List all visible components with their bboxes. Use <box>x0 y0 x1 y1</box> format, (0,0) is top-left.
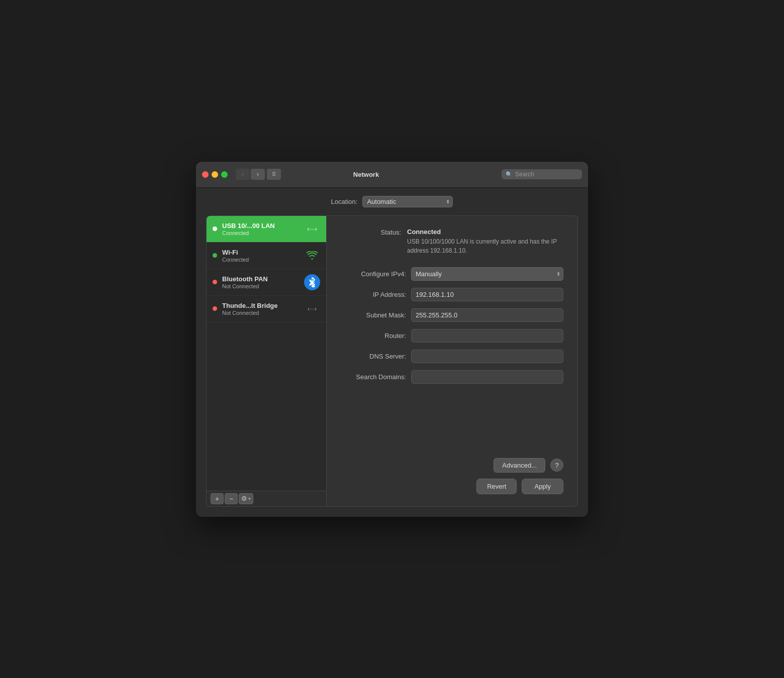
status-section: Status: Connected USB 10/100/1000 LAN is… <box>341 228 563 255</box>
advanced-button[interactable]: Advanced... <box>494 458 545 473</box>
network-info-wifi: Wi-Fi Connected <box>222 249 299 263</box>
sidebar-toolbar: + − ⚙ ▾ <box>207 491 326 506</box>
configure-ipv4-row: Configure IPv4: Manually ⬍ <box>341 267 563 281</box>
wifi-icon <box>304 248 320 264</box>
grid-icon: ⠿ <box>272 171 276 178</box>
network-info-usb-lan: USB 10/...00 LAN Connected <box>222 222 299 236</box>
minimize-button[interactable] <box>212 171 218 178</box>
form-section: Configure IPv4: Manually ⬍ IP Address: <box>341 267 563 448</box>
network-list: USB 10/...00 LAN Connected ‹···› Wi-Fi C… <box>207 216 326 491</box>
ip-address-row: IP Address: <box>341 288 563 301</box>
subnet-mask-row: Subnet Mask: <box>341 308 563 322</box>
traffic-lights <box>202 171 228 178</box>
detail-panel: Status: Connected USB 10/100/1000 LAN is… <box>327 215 578 507</box>
network-status-bluetooth: Not Connected <box>222 283 299 289</box>
network-info-bluetooth: Bluetooth PAN Not Connected <box>222 275 299 289</box>
apply-button[interactable]: Apply <box>522 479 563 494</box>
sidebar-item-usb-lan[interactable]: USB 10/...00 LAN Connected ‹···› <box>207 216 326 243</box>
status-connected-text: Connected <box>407 228 563 236</box>
gear-arrow-icon: ▾ <box>248 496 251 501</box>
location-select[interactable]: Automatic <box>362 196 453 207</box>
titlebar: ‹ › ⠿ Network 🔍 <box>196 162 588 188</box>
network-status-wifi: Connected <box>222 257 299 263</box>
status-description: USB 10/100/1000 LAN is currently active … <box>407 237 563 255</box>
close-button[interactable] <box>202 171 209 178</box>
back-button[interactable]: ‹ <box>236 169 250 180</box>
sidebar-item-bluetooth[interactable]: Bluetooth PAN Not Connected <box>207 269 326 296</box>
dns-server-row: DNS Server: <box>341 350 563 363</box>
search-domains-row: Search Domains: <box>341 370 563 384</box>
search-input[interactable] <box>515 171 575 178</box>
status-content: Connected USB 10/100/1000 LAN is current… <box>407 228 563 255</box>
bottom-buttons: Advanced... ? <box>341 458 563 473</box>
gear-menu-button[interactable]: ⚙ ▾ <box>239 493 253 504</box>
configure-ipv4-select[interactable]: Manually <box>411 267 563 281</box>
network-name-usb-lan: USB 10/...00 LAN <box>222 222 299 230</box>
network-info-thunderbolt: Thunde...lt Bridge Not Connected <box>222 302 299 316</box>
main-panel: USB 10/...00 LAN Connected ‹···› Wi-Fi C… <box>206 215 578 507</box>
network-name-thunderbolt: Thunde...lt Bridge <box>222 302 299 309</box>
subnet-mask-label: Subnet Mask: <box>341 311 406 319</box>
search-icon: 🔍 <box>506 171 513 178</box>
revert-button[interactable]: Revert <box>476 479 517 494</box>
window-title: Network <box>285 171 447 178</box>
network-status-usb-lan: Connected <box>222 230 299 236</box>
location-select-wrapper: Automatic ⬍ <box>362 196 453 207</box>
help-button[interactable]: ? <box>550 459 563 472</box>
search-domains-input[interactable] <box>411 370 563 384</box>
nav-buttons: ‹ › ⠿ <box>236 169 281 180</box>
status-dot-bluetooth <box>213 280 217 284</box>
router-label: Router: <box>341 332 406 340</box>
location-label: Location: <box>331 198 358 205</box>
ip-address-label: IP Address: <box>341 291 406 298</box>
subnet-mask-input[interactable] <box>411 308 563 322</box>
sidebar: USB 10/...00 LAN Connected ‹···› Wi-Fi C… <box>206 215 327 507</box>
status-dot-wifi <box>213 253 217 258</box>
thunderbolt-icon: ‹···› <box>304 301 320 317</box>
ip-address-input[interactable] <box>411 288 563 301</box>
status-label: Status: <box>341 228 401 255</box>
remove-network-button[interactable]: − <box>225 493 238 504</box>
forward-icon: › <box>257 171 259 178</box>
router-input[interactable] <box>411 329 563 343</box>
router-row: Router: <box>341 329 563 343</box>
forward-button[interactable]: › <box>251 169 265 180</box>
action-buttons: Revert Apply <box>341 479 563 494</box>
network-name-wifi: Wi-Fi <box>222 249 299 256</box>
ethernet-icon: ‹···› <box>304 221 320 237</box>
dns-server-label: DNS Server: <box>341 353 406 360</box>
grid-button[interactable]: ⠿ <box>267 169 281 180</box>
network-name-bluetooth: Bluetooth PAN <box>222 275 299 283</box>
configure-ipv4-select-wrapper: Manually ⬍ <box>411 267 563 281</box>
gear-icon: ⚙ <box>241 495 247 502</box>
network-status-thunderbolt: Not Connected <box>222 310 299 316</box>
sidebar-item-thunderbolt[interactable]: Thunde...lt Bridge Not Connected ‹···› <box>207 296 326 322</box>
bluetooth-icon <box>304 274 320 290</box>
configure-ipv4-label: Configure IPv4: <box>341 270 406 278</box>
back-icon: ‹ <box>242 171 244 178</box>
location-row: Location: Automatic ⬍ <box>206 196 578 207</box>
status-dot-usb-lan <box>213 227 217 231</box>
search-box[interactable]: 🔍 <box>502 169 582 179</box>
status-dot-thunderbolt <box>213 306 217 311</box>
maximize-button[interactable] <box>221 171 228 178</box>
content-area: Location: Automatic ⬍ USB 10/...00 LAN <box>196 188 588 517</box>
network-window: ‹ › ⠿ Network 🔍 Location: Automatic ⬍ <box>196 162 588 517</box>
dns-server-input[interactable] <box>411 350 563 363</box>
search-domains-label: Search Domains: <box>341 373 406 381</box>
sidebar-item-wifi[interactable]: Wi-Fi Connected <box>207 243 326 269</box>
add-network-button[interactable]: + <box>211 493 224 504</box>
